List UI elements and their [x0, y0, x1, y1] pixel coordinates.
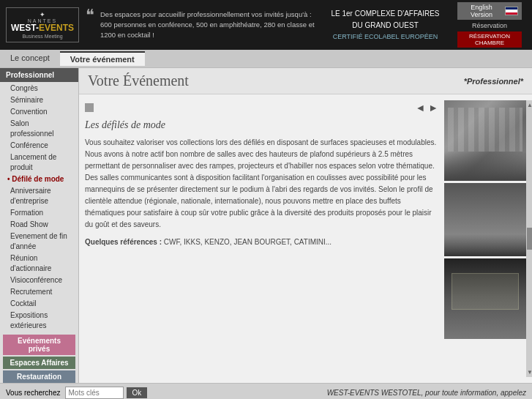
nav-arrows[interactable]: ◄ ►: [415, 102, 438, 113]
nav-top: Le concept Votre événement: [0, 50, 532, 68]
logo-sub: Business Meeting: [11, 34, 74, 39]
sidebar-item-expositions[interactable]: Expositions extérieures: [0, 310, 78, 332]
article-refs: Quelques références : CWF, IKKS, KENZO, …: [85, 238, 438, 246]
search-button[interactable]: Ok: [127, 387, 148, 398]
reserve-label: Réservation: [472, 22, 507, 29]
scroll-indicator[interactable]: ▲ ▼: [526, 100, 532, 377]
sidebar-item-formation[interactable]: Formation: [0, 207, 78, 219]
content-area: Votre Événement *Professionnel* ◄ ► Les …: [79, 68, 532, 383]
sidebar-item-salon[interactable]: Salon professionnel: [0, 118, 78, 140]
search-input[interactable]: [65, 387, 124, 399]
sidebar-item-evenement-fin[interactable]: Evenement de fin d'année: [0, 231, 78, 253]
sidebar-btn-evenements-prives[interactable]: Evénements privés: [3, 335, 75, 355]
photo-3: [444, 258, 526, 339]
article-body: Vous souhaitez valoriser vos collections…: [85, 137, 438, 231]
footer-right-text: WEST-EVENTS WESTOTEL, pour toute informa…: [327, 389, 526, 397]
footer-search-bar: Vous recherchez Ok WEST-EVENTS WESTOTEL,…: [0, 383, 532, 399]
header-quote-icon: ❝: [86, 6, 94, 25]
article: ◄ ► Les défilés de mode Vous souhaitez v…: [85, 100, 438, 377]
header: ✦ NANTES WEST-EVENTS Business Meeting ❝ …: [0, 0, 532, 50]
scroll-up-icon[interactable]: ▲: [527, 102, 532, 108]
sidebar-item-roadshow[interactable]: Road Show: [0, 219, 78, 231]
logo-area: ✦ NANTES WEST-EVENTS Business Meeting: [6, 7, 83, 42]
sidebar-item-anniversaire[interactable]: Anniversaire d'entreprise: [0, 185, 78, 207]
small-square-icon: [85, 103, 94, 112]
header-quote: Des espaces pour accueillir professionne…: [97, 10, 318, 41]
main-layout: Professionnel Congrès Séminaire Conventi…: [0, 68, 532, 383]
header-center: LE 1er COMPLEXE D'AFFAIRES DU GRAND OUES…: [318, 8, 453, 42]
sidebar-item-visio[interactable]: Visioconférence: [0, 275, 78, 286]
flag-icon: [505, 7, 518, 15]
content-body: ◄ ► Les défilés de mode Vous souhaitez v…: [79, 94, 532, 383]
header-line1: LE 1er COMPLEXE D'AFFAIRES: [322, 8, 449, 20]
sidebar-item-convention[interactable]: Convention: [0, 106, 78, 118]
logo-box: ✦ NANTES WEST-EVENTS Business Meeting: [6, 7, 79, 42]
header-line2: DU GRAND OUEST: [322, 20, 449, 31]
sidebar-item-reunion[interactable]: Réunion d'actionnaire: [0, 253, 78, 275]
sidebar-item-defile[interactable]: • Défilé de mode: [0, 174, 78, 185]
sidebar-item-seminaire[interactable]: Séminaire: [0, 94, 78, 106]
photo-1: [444, 100, 526, 181]
lang-button[interactable]: English Version: [457, 2, 522, 20]
header-right: English Version Réservation RÉSERVATION …: [453, 2, 526, 48]
sidebar-item-lancement[interactable]: Lancement de produit: [0, 152, 78, 174]
scroll-thumb: [527, 228, 532, 250]
photo-strip: ▲ ▼: [444, 100, 526, 377]
header-line3: CERTIFIÉ ECOLABEL EUROPÉEN: [322, 31, 449, 42]
scroll-down-icon[interactable]: ▼: [527, 369, 532, 376]
sidebar-item-conference[interactable]: Conférence: [0, 140, 78, 152]
sidebar-item-cocktail[interactable]: Cocktail: [0, 298, 78, 310]
content-header: Votre Événement *Professionnel*: [79, 68, 532, 94]
professional-badge: *Professionnel*: [464, 77, 523, 86]
refs-label: Quelques références :: [85, 238, 162, 246]
article-title: Les défilés de mode: [85, 119, 438, 131]
nav-top-item-concept[interactable]: Le concept: [0, 51, 60, 66]
sidebar-item-congres[interactable]: Congrès: [0, 83, 78, 94]
sidebar-item-recrutement[interactable]: Recrutement: [0, 286, 78, 298]
nav-top-item-evenement[interactable]: Votre événement: [60, 51, 145, 66]
article-top-bar: ◄ ►: [85, 100, 438, 115]
sidebar-btn-espaces-affaires[interactable]: Espaces Affaires: [3, 357, 75, 369]
refs-values: CWF, IKKS, KENZO, JEAN BOURGET, CATIMINI…: [164, 238, 331, 246]
reserve-button[interactable]: RÉSERVATION CHAMBRE: [457, 31, 522, 48]
photo-2: [444, 183, 526, 256]
sidebar: Professionnel Congrès Séminaire Conventi…: [0, 68, 79, 383]
logo-west-events: WEST-EVENTS: [11, 23, 74, 33]
sidebar-btn-restauration[interactable]: Restauration: [3, 370, 75, 383]
sidebar-section-professionnel[interactable]: Professionnel: [0, 68, 78, 82]
logo-star-icon: ✦: [11, 11, 74, 18]
content-title: Votre Événement: [88, 72, 189, 89]
lang-label: English Version: [461, 4, 502, 18]
search-label: Vous recherchez: [6, 389, 61, 397]
